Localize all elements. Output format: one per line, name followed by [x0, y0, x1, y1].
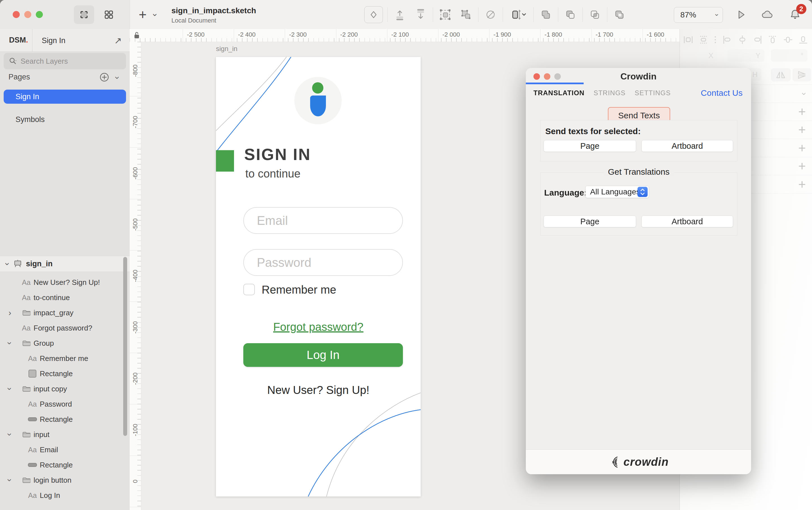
chevron-down-icon[interactable]: ›: [3, 263, 12, 265]
insert-chevron-icon[interactable]: ›: [154, 11, 157, 19]
y-position-field[interactable]: Y: [727, 49, 764, 62]
move-forward-button[interactable]: [389, 6, 410, 24]
scale-button[interactable]: [505, 6, 532, 24]
dialog-tab-translation[interactable]: TRANSLATION: [533, 89, 584, 97]
chevron-right-icon[interactable]: ›: [8, 308, 21, 317]
mask-button[interactable]: [480, 6, 501, 24]
layer-row[interactable]: AaLog In: [0, 488, 130, 503]
grid-view-button[interactable]: [99, 5, 119, 24]
layer-row[interactable]: AaEmail: [0, 442, 130, 457]
add-style-button[interactable]: +: [798, 123, 806, 136]
distribute-vertical-icon[interactable]: [698, 34, 709, 46]
open-in-new-icon[interactable]: ↗: [114, 35, 122, 46]
green-accent-rect[interactable]: [216, 150, 234, 172]
layer-row[interactable]: AaPassword: [0, 396, 130, 412]
chevron-down-icon[interactable]: ›: [8, 339, 21, 348]
language-select[interactable]: All Languages: [585, 186, 649, 198]
layer-row[interactable]: Rectangle: [0, 412, 130, 427]
send-artboard-button[interactable]: Artboard: [641, 140, 733, 152]
dialog-tab-strings[interactable]: STRINGS: [593, 89, 626, 97]
layer-row[interactable]: Rectangle: [0, 366, 130, 381]
add-style-button[interactable]: +: [798, 142, 806, 154]
union-button[interactable]: [535, 6, 556, 24]
search-layers-box[interactable]: [4, 53, 126, 69]
artboard[interactable]: SIGN IN to continue Email Password Remem…: [216, 57, 420, 497]
align-center-horizontal-icon[interactable]: [737, 34, 748, 46]
dialog-close-button[interactable]: [533, 73, 540, 80]
align-top-icon[interactable]: [767, 34, 779, 46]
layer-row[interactable]: AaNew User? Sign Up!: [0, 275, 130, 290]
tab-dsm[interactable]: DSM.: [9, 36, 28, 44]
rotation-field[interactable]: °: [771, 49, 808, 62]
layer-row[interactable]: AaForgot password?: [0, 320, 130, 336]
layer-row[interactable]: ›input copy: [0, 381, 130, 396]
distribute-horizontal-icon[interactable]: [683, 34, 694, 46]
dialog-titlebar[interactable]: Crowdin: [526, 68, 751, 83]
add-style-button[interactable]: +: [798, 178, 806, 191]
align-bottom-icon[interactable]: [798, 34, 809, 46]
align-left-icon[interactable]: [722, 34, 733, 46]
flip-vertical-button[interactable]: [792, 68, 811, 82]
layer-row[interactable]: ›input: [0, 427, 130, 442]
signin-heading[interactable]: SIGN IN: [244, 145, 311, 164]
fullscreen-button[interactable]: [36, 11, 43, 18]
send-page-button[interactable]: Page: [544, 140, 636, 152]
add-page-button[interactable]: [99, 72, 109, 83]
chevron-down-icon[interactable]: ›: [8, 430, 21, 439]
dialog-tab-settings[interactable]: SETTINGS: [635, 89, 671, 97]
login-button[interactable]: Log In: [243, 343, 403, 367]
chevron-down-icon[interactable]: ›: [8, 476, 21, 484]
crowdin-dialog[interactable]: Crowdin TRANSLATIONSTRINGSSETTINGS Conta…: [526, 68, 751, 474]
group-button[interactable]: [435, 6, 456, 24]
layer-row[interactable]: AaRemember me: [0, 351, 130, 366]
layer-row[interactable]: ›impact_gray: [0, 305, 130, 320]
search-input[interactable]: [20, 57, 111, 66]
create-symbol-button[interactable]: [364, 6, 383, 23]
layer-row[interactable]: Rectangle: [0, 457, 130, 473]
signin-subheading[interactable]: to continue: [245, 168, 300, 180]
intersect-button[interactable]: [584, 6, 605, 24]
sidebar-page-item[interactable]: Sign In: [4, 90, 126, 104]
chevron-down-icon[interactable]: ›: [8, 385, 21, 393]
x-position-field[interactable]: X: [683, 49, 717, 62]
artboard-title[interactable]: sign_in: [216, 45, 237, 53]
ungroup-button[interactable]: [456, 6, 476, 24]
forgot-password-link[interactable]: Forgot password?: [216, 321, 420, 333]
minimize-button[interactable]: [24, 11, 31, 18]
document-title-block[interactable]: sign_in_impact.sketch Local Document: [171, 6, 256, 24]
align-middle-vertical-icon[interactable]: [782, 34, 794, 46]
section-collapse-chevron-icon[interactable]: ›: [803, 90, 806, 98]
select-stepper-icon[interactable]: [637, 187, 648, 197]
layer-row[interactable]: Aato-continue: [0, 290, 130, 305]
sidebar-page-item[interactable]: Symbols: [4, 113, 126, 126]
remember-me-checkbox[interactable]: [243, 284, 255, 295]
signup-text[interactable]: New User? Sign Up!: [216, 384, 420, 396]
subtract-button[interactable]: [560, 6, 581, 24]
brand-logo[interactable]: [294, 77, 342, 124]
insert-button[interactable]: +: [139, 7, 147, 22]
preview-play-button[interactable]: [732, 7, 749, 23]
layer-row[interactable]: ›Group: [0, 336, 130, 351]
notifications-bell-button[interactable]: 2: [787, 7, 804, 23]
difference-button[interactable]: [609, 6, 630, 24]
contact-us-link[interactable]: Contact Us: [701, 88, 743, 98]
layer-row[interactable]: ›login button: [0, 473, 130, 488]
canvas-view-button[interactable]: [74, 5, 94, 24]
move-backward-button[interactable]: [410, 6, 431, 24]
email-field[interactable]: Email: [243, 207, 403, 234]
get-page-button[interactable]: Page: [544, 215, 636, 228]
add-style-button[interactable]: +: [798, 159, 806, 173]
cloud-sync-button[interactable]: [759, 7, 776, 23]
pages-collapse-chevron-icon[interactable]: ›: [116, 73, 119, 82]
flip-horizontal-button[interactable]: [771, 68, 790, 82]
layers-scrollbar[interactable]: [123, 257, 127, 436]
tab-document[interactable]: Sign In: [42, 36, 65, 45]
zoom-select[interactable]: 87% ›: [674, 7, 723, 23]
get-artboard-button[interactable]: Artboard: [641, 215, 733, 228]
dialog-minimize-button[interactable]: [544, 73, 550, 80]
password-field[interactable]: Password: [243, 249, 403, 276]
layers-root-row[interactable]: › sign_in: [0, 256, 130, 272]
align-right-icon[interactable]: [752, 34, 763, 46]
add-style-button[interactable]: +: [798, 105, 806, 118]
close-button[interactable]: [13, 11, 20, 18]
